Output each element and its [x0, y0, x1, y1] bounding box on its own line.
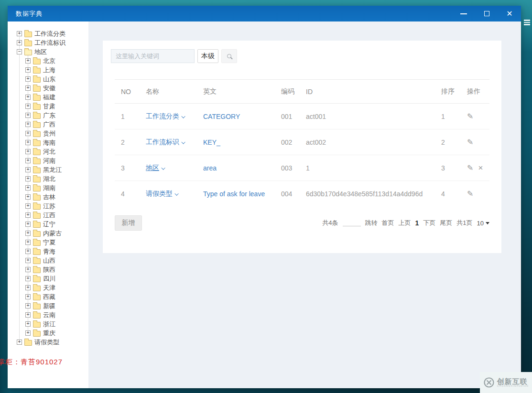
expand-toggle-icon[interactable]: +: [25, 194, 31, 200]
tree-item-label[interactable]: 工作流分类: [34, 30, 65, 38]
expand-toggle-icon[interactable]: +: [25, 67, 31, 73]
expand-toggle-icon[interactable]: +: [25, 185, 31, 191]
name-link[interactable]: 请假类型: [146, 190, 179, 197]
tree-item-label[interactable]: 江苏: [43, 202, 55, 211]
expand-toggle-icon[interactable]: +: [25, 249, 31, 254]
expand-toggle-icon[interactable]: +: [25, 167, 31, 172]
tree-item-label[interactable]: 北京: [43, 57, 55, 65]
english-link[interactable]: CATEGORY: [203, 113, 240, 120]
search-input[interactable]: [111, 49, 195, 63]
english-link[interactable]: Type of ask for leave: [203, 190, 265, 198]
scope-button[interactable]: 本级: [197, 49, 218, 63]
tree-item-label[interactable]: 河南: [43, 157, 55, 165]
prev-page-button[interactable]: 上页: [399, 219, 411, 227]
edit-icon[interactable]: ✎: [467, 190, 473, 198]
tree-item-label[interactable]: 海南: [43, 138, 55, 147]
tree-item-label[interactable]: 湖南: [43, 184, 55, 192]
expand-toggle-icon[interactable]: +: [25, 58, 31, 64]
maximize-button[interactable]: [475, 6, 498, 21]
tree-item-label[interactable]: 陕西: [43, 266, 55, 274]
expand-toggle-icon[interactable]: +: [25, 113, 31, 118]
tree-item-label[interactable]: 福建: [43, 93, 55, 102]
edit-icon[interactable]: ✎: [467, 113, 473, 120]
expand-toggle-icon[interactable]: +: [25, 222, 31, 227]
tree-item-label[interactable]: 工作流标识: [34, 39, 65, 47]
cell-actions: ✎×: [467, 164, 489, 172]
tree-item-label[interactable]: 河北: [43, 148, 55, 156]
tree-item-label[interactable]: 宁夏: [43, 238, 55, 247]
expand-toggle-icon[interactable]: +: [25, 303, 31, 308]
tree-item-label[interactable]: 安徽: [43, 84, 55, 93]
tree-item-label[interactable]: 辽宁: [43, 220, 55, 229]
name-link[interactable]: 地区: [146, 164, 165, 171]
delete-icon[interactable]: ×: [478, 164, 483, 172]
close-button[interactable]: ✕: [498, 6, 521, 21]
first-page-button[interactable]: 首页: [382, 219, 394, 227]
edit-icon[interactable]: ✎: [467, 164, 473, 172]
tree-item-label[interactable]: 青海: [43, 247, 55, 256]
collapse-toggle-icon[interactable]: −: [17, 49, 22, 54]
tree-item-label[interactable]: 山西: [43, 256, 55, 265]
name-link[interactable]: 工作流标识: [146, 138, 185, 146]
next-page-button[interactable]: 下页: [423, 219, 435, 227]
tree-item-label[interactable]: 浙江: [43, 320, 55, 329]
jump-page-input[interactable]: [343, 220, 361, 226]
expand-toggle-icon[interactable]: +: [25, 312, 31, 318]
tree-item-label[interactable]: 黑龙江: [43, 166, 62, 174]
tree-item-label[interactable]: 四川: [43, 275, 55, 283]
english-link[interactable]: KEY_: [203, 138, 220, 146]
tree-item-label[interactable]: 云南: [43, 311, 55, 319]
tree-item-label[interactable]: 甘肃: [43, 102, 55, 111]
expand-toggle-icon[interactable]: +: [25, 321, 31, 327]
tree-item-label[interactable]: 广西: [43, 120, 55, 129]
expand-toggle-icon[interactable]: +: [25, 104, 31, 109]
expand-toggle-icon[interactable]: +: [25, 85, 31, 91]
expand-toggle-icon[interactable]: +: [25, 76, 31, 82]
search-button[interactable]: [221, 49, 237, 63]
expand-toggle-icon[interactable]: +: [25, 122, 31, 127]
add-button[interactable]: 新增: [115, 215, 142, 231]
tree-item-label[interactable]: 贵州: [43, 129, 55, 138]
tree-item-label[interactable]: 广东: [43, 111, 55, 120]
last-page-button[interactable]: 尾页: [440, 219, 452, 227]
tree-item-label[interactable]: 上海: [43, 66, 55, 74]
expand-toggle-icon[interactable]: +: [25, 240, 31, 245]
expand-toggle-icon[interactable]: +: [25, 231, 31, 236]
expand-toggle-icon[interactable]: +: [25, 140, 31, 145]
expand-toggle-icon[interactable]: +: [25, 285, 31, 290]
expand-toggle-icon[interactable]: +: [25, 149, 31, 154]
tree-item-label[interactable]: 西藏: [43, 293, 55, 301]
expand-toggle-icon[interactable]: +: [25, 158, 31, 163]
name-link[interactable]: 工作流分类: [146, 112, 185, 120]
expand-toggle-icon[interactable]: +: [17, 340, 22, 345]
jump-button[interactable]: 跳转: [365, 219, 378, 227]
expand-toggle-icon[interactable]: +: [25, 267, 31, 272]
page-size-select[interactable]: 10: [477, 220, 489, 227]
tree-item-label[interactable]: 地区: [34, 48, 47, 56]
tree-item-label[interactable]: 内蒙古: [43, 229, 62, 238]
tree-item-label[interactable]: 新疆: [43, 302, 55, 310]
tree-item-label[interactable]: 湖北: [43, 175, 55, 183]
minimize-button[interactable]: [452, 6, 475, 21]
edit-icon[interactable]: ✎: [467, 138, 473, 146]
expand-toggle-icon[interactable]: +: [17, 31, 22, 36]
tree-item-label[interactable]: 吉林: [43, 193, 55, 202]
expand-toggle-icon[interactable]: +: [25, 131, 31, 136]
expand-toggle-icon[interactable]: +: [25, 212, 31, 218]
tree-item-label[interactable]: 山东: [43, 75, 55, 84]
expand-toggle-icon[interactable]: +: [25, 294, 31, 299]
expand-toggle-icon[interactable]: +: [25, 176, 31, 181]
expand-toggle-icon[interactable]: +: [25, 203, 31, 209]
tree-item-label[interactable]: 天津: [43, 284, 55, 292]
expand-toggle-icon[interactable]: +: [25, 95, 31, 100]
tree-item-label[interactable]: 请假类型: [34, 338, 59, 347]
titlebar[interactable]: 数据字典 ✕: [8, 6, 521, 21]
tree-item-label[interactable]: 江西: [43, 211, 55, 220]
english-link[interactable]: area: [203, 164, 217, 172]
expand-toggle-icon[interactable]: +: [25, 258, 31, 263]
expand-toggle-icon[interactable]: +: [17, 40, 22, 45]
tree-item-label[interactable]: 重庆: [43, 329, 55, 338]
hamburger-menu-icon[interactable]: [524, 20, 530, 25]
expand-toggle-icon[interactable]: +: [25, 330, 31, 336]
expand-toggle-icon[interactable]: +: [25, 276, 31, 281]
